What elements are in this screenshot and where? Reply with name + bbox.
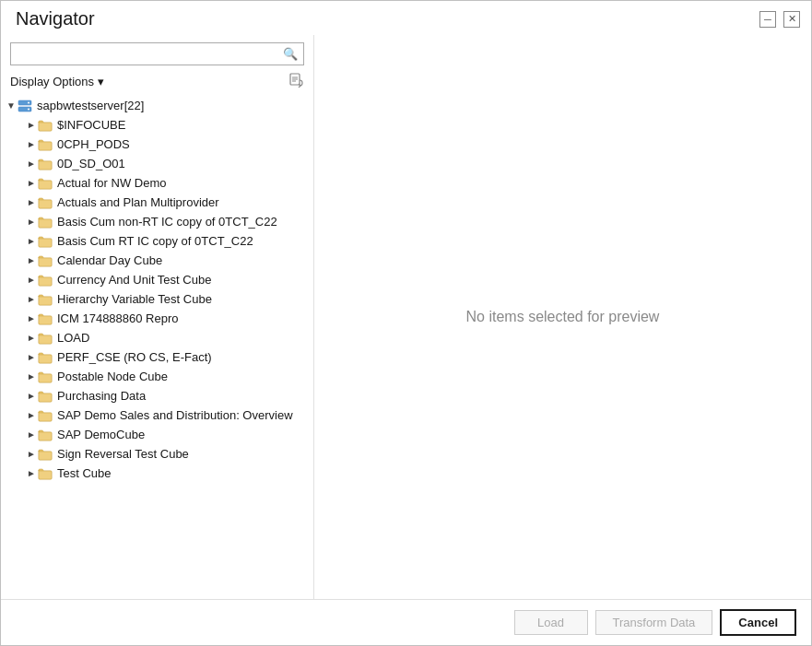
item-label: Currency And Unit Test Cube <box>57 273 211 287</box>
display-options-label: Display Options <box>10 75 94 88</box>
item-label: Basis Cum RT IC copy of 0TCT_C22 <box>57 234 253 248</box>
item-expand-arrow: ► <box>25 255 38 265</box>
folder-icon <box>38 216 53 229</box>
tree-item[interactable]: ► Basis Cum RT IC copy of 0TCT_C22 <box>1 231 313 251</box>
search-row: 🔍 <box>10 42 304 65</box>
folder-icon <box>38 312 53 325</box>
svg-point-6 <box>28 101 29 103</box>
folder-icon <box>38 332 53 345</box>
footer: Load Transform Data Cancel <box>1 599 811 645</box>
item-expand-arrow: ► <box>25 217 38 227</box>
tree-item[interactable]: ► Purchasing Data <box>1 386 313 405</box>
item-expand-arrow: ► <box>25 371 38 382</box>
folder-icon <box>38 138 53 151</box>
item-expand-arrow: ► <box>25 449 38 459</box>
item-label: Purchasing Data <box>57 389 146 403</box>
folder-icon <box>38 448 53 461</box>
tree-item[interactable]: ► SAP Demo Sales and Distribution: Overv… <box>1 405 313 425</box>
right-panel: No items selected for preview <box>314 35 811 599</box>
tree-root-item[interactable]: ▼ sapbwtestserver[22] <box>1 96 313 115</box>
tree-item[interactable]: ► $INFOCUBE <box>1 115 313 135</box>
search-button[interactable]: 🔍 <box>277 43 303 65</box>
display-options-button[interactable]: Display Options ▾ <box>10 75 104 88</box>
folder-icon <box>38 467 53 480</box>
item-label: 0CPH_PODS <box>57 137 130 151</box>
item-label: Actuals and Plan Multiprovider <box>57 195 219 209</box>
item-label: Actual for NW Demo <box>57 176 166 190</box>
minimize-icon: ─ <box>764 14 771 25</box>
tree-item[interactable]: ► ICM 174888860 Repro <box>1 309 313 328</box>
item-expand-arrow: ► <box>25 120 38 130</box>
tree-item[interactable]: ► Hierarchy Variable Test Cube <box>1 289 313 309</box>
search-icon: 🔍 <box>283 47 298 61</box>
left-panel: 🔍 Display Options ▾ <box>1 35 314 599</box>
close-icon: ✕ <box>788 13 796 25</box>
item-label: ICM 174888860 Repro <box>57 311 179 325</box>
close-button[interactable]: ✕ <box>783 11 800 28</box>
item-expand-arrow: ► <box>25 294 38 304</box>
root-label: sapbwtestserver[22] <box>37 99 144 112</box>
tree-item[interactable]: ► LOAD <box>1 328 313 347</box>
main-content: 🔍 Display Options ▾ <box>1 35 811 599</box>
refresh-icon <box>289 76 304 90</box>
folder-icon <box>38 293 53 306</box>
minimize-button[interactable]: ─ <box>759 11 776 28</box>
title-bar: Navigator ─ ✕ <box>1 1 811 35</box>
navigator-dialog: Navigator ─ ✕ 🔍 Display Options <box>0 0 812 646</box>
item-expand-arrow: ► <box>25 333 38 343</box>
item-label: Basis Cum non-RT IC copy of 0TCT_C22 <box>57 215 277 229</box>
no-preview-text: No items selected for preview <box>466 309 660 325</box>
item-label: SAP DemoCube <box>57 428 145 441</box>
item-label: Calendar Day Cube <box>57 253 162 267</box>
root-expand-arrow: ▼ <box>5 100 18 111</box>
item-expand-arrow: ► <box>25 410 38 420</box>
tree-item[interactable]: ► Postable Node Cube <box>1 367 313 386</box>
tree-item[interactable]: ► 0D_SD_O01 <box>1 154 313 173</box>
display-options-row: Display Options ▾ <box>1 71 313 96</box>
tree-item[interactable]: ► Test Cube <box>1 464 313 483</box>
item-label: Test Cube <box>57 466 112 480</box>
svg-point-7 <box>28 108 29 110</box>
folder-icon <box>38 196 53 209</box>
cancel-button[interactable]: Cancel <box>720 609 796 636</box>
item-expand-arrow: ► <box>25 197 38 207</box>
item-label: 0D_SD_O01 <box>57 157 125 170</box>
folder-icon <box>38 119 53 132</box>
item-expand-arrow: ► <box>25 429 38 440</box>
load-button[interactable]: Load <box>514 610 588 635</box>
tree-item[interactable]: ► 0CPH_PODS <box>1 135 313 154</box>
item-label: Sign Reversal Test Cube <box>57 447 189 461</box>
folder-icon <box>38 158 53 170</box>
folder-icon <box>38 429 53 441</box>
item-label: PERF_CSE (RO CS, E-Fact) <box>57 350 212 364</box>
title-controls: ─ ✕ <box>759 11 800 28</box>
tree-area[interactable]: ▼ sapbwtestserver[22] ► <box>1 96 313 599</box>
item-label: LOAD <box>57 331 89 345</box>
tree-items-container: ► $INFOCUBE ► 0CPH_PODS ► 0D_SD_O01 ► <box>1 115 313 483</box>
tree-root: ▼ sapbwtestserver[22] ► <box>1 96 313 483</box>
item-expand-arrow: ► <box>25 275 38 285</box>
tree-item[interactable]: ► Actuals and Plan Multiprovider <box>1 193 313 212</box>
item-label: SAP Demo Sales and Distribution: Overvie… <box>57 408 293 422</box>
server-icon <box>18 100 32 112</box>
refresh-button[interactable] <box>289 73 304 90</box>
item-expand-arrow: ► <box>25 391 38 401</box>
folder-icon <box>38 409 53 422</box>
tree-item[interactable]: ► Calendar Day Cube <box>1 251 313 270</box>
folder-icon <box>38 370 53 383</box>
tree-item[interactable]: ► SAP DemoCube <box>1 425 313 444</box>
search-input[interactable] <box>11 43 277 65</box>
tree-item[interactable]: ► Sign Reversal Test Cube <box>1 444 313 464</box>
folder-icon <box>38 390 53 403</box>
item-label: Hierarchy Variable Test Cube <box>57 292 212 306</box>
tree-item[interactable]: ► Basis Cum non-RT IC copy of 0TCT_C22 <box>1 212 313 231</box>
tree-item[interactable]: ► Currency And Unit Test Cube <box>1 270 313 289</box>
folder-icon <box>38 254 53 267</box>
item-expand-arrow: ► <box>25 236 38 246</box>
transform-data-button[interactable]: Transform Data <box>595 610 713 635</box>
item-expand-arrow: ► <box>25 159 38 169</box>
folder-icon <box>38 274 53 287</box>
tree-item[interactable]: ► Actual for NW Demo <box>1 173 313 193</box>
tree-item[interactable]: ► PERF_CSE (RO CS, E-Fact) <box>1 347 313 367</box>
folder-icon <box>38 351 53 364</box>
